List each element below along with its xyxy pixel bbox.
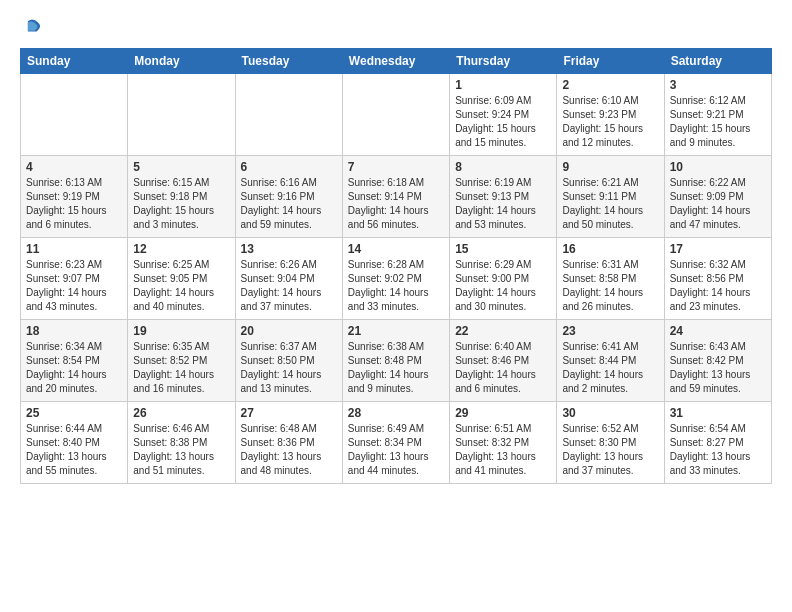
weekday-header-sunday: Sunday [21, 49, 128, 74]
calendar-cell: 27Sunrise: 6:48 AM Sunset: 8:36 PM Dayli… [235, 402, 342, 484]
day-info: Sunrise: 6:19 AM Sunset: 9:13 PM Dayligh… [455, 176, 551, 232]
calendar-cell [128, 74, 235, 156]
calendar-cell: 26Sunrise: 6:46 AM Sunset: 8:38 PM Dayli… [128, 402, 235, 484]
day-number: 16 [562, 242, 658, 256]
day-number: 10 [670, 160, 766, 174]
weekday-header-monday: Monday [128, 49, 235, 74]
day-info: Sunrise: 6:35 AM Sunset: 8:52 PM Dayligh… [133, 340, 229, 396]
day-info: Sunrise: 6:32 AM Sunset: 8:56 PM Dayligh… [670, 258, 766, 314]
day-info: Sunrise: 6:15 AM Sunset: 9:18 PM Dayligh… [133, 176, 229, 232]
day-info: Sunrise: 6:38 AM Sunset: 8:48 PM Dayligh… [348, 340, 444, 396]
calendar-cell: 25Sunrise: 6:44 AM Sunset: 8:40 PM Dayli… [21, 402, 128, 484]
day-number: 8 [455, 160, 551, 174]
calendar-cell: 18Sunrise: 6:34 AM Sunset: 8:54 PM Dayli… [21, 320, 128, 402]
calendar-cell: 23Sunrise: 6:41 AM Sunset: 8:44 PM Dayli… [557, 320, 664, 402]
day-number: 11 [26, 242, 122, 256]
calendar-cell: 10Sunrise: 6:22 AM Sunset: 9:09 PM Dayli… [664, 156, 771, 238]
calendar-cell: 6Sunrise: 6:16 AM Sunset: 9:16 PM Daylig… [235, 156, 342, 238]
calendar-cell: 15Sunrise: 6:29 AM Sunset: 9:00 PM Dayli… [450, 238, 557, 320]
day-number: 4 [26, 160, 122, 174]
calendar-cell: 17Sunrise: 6:32 AM Sunset: 8:56 PM Dayli… [664, 238, 771, 320]
calendar-cell: 14Sunrise: 6:28 AM Sunset: 9:02 PM Dayli… [342, 238, 449, 320]
day-number: 27 [241, 406, 337, 420]
calendar-cell: 20Sunrise: 6:37 AM Sunset: 8:50 PM Dayli… [235, 320, 342, 402]
calendar-cell: 12Sunrise: 6:25 AM Sunset: 9:05 PM Dayli… [128, 238, 235, 320]
day-number: 15 [455, 242, 551, 256]
calendar-cell: 16Sunrise: 6:31 AM Sunset: 8:58 PM Dayli… [557, 238, 664, 320]
day-info: Sunrise: 6:51 AM Sunset: 8:32 PM Dayligh… [455, 422, 551, 478]
day-info: Sunrise: 6:34 AM Sunset: 8:54 PM Dayligh… [26, 340, 122, 396]
page: SundayMondayTuesdayWednesdayThursdayFrid… [0, 0, 792, 612]
day-number: 12 [133, 242, 229, 256]
day-number: 20 [241, 324, 337, 338]
day-info: Sunrise: 6:12 AM Sunset: 9:21 PM Dayligh… [670, 94, 766, 150]
day-info: Sunrise: 6:21 AM Sunset: 9:11 PM Dayligh… [562, 176, 658, 232]
calendar-cell: 8Sunrise: 6:19 AM Sunset: 9:13 PM Daylig… [450, 156, 557, 238]
calendar-cell [235, 74, 342, 156]
weekday-header-friday: Friday [557, 49, 664, 74]
calendar-row-2: 11Sunrise: 6:23 AM Sunset: 9:07 PM Dayli… [21, 238, 772, 320]
day-number: 26 [133, 406, 229, 420]
calendar-cell: 1Sunrise: 6:09 AM Sunset: 9:24 PM Daylig… [450, 74, 557, 156]
calendar-cell: 2Sunrise: 6:10 AM Sunset: 9:23 PM Daylig… [557, 74, 664, 156]
day-info: Sunrise: 6:43 AM Sunset: 8:42 PM Dayligh… [670, 340, 766, 396]
day-info: Sunrise: 6:52 AM Sunset: 8:30 PM Dayligh… [562, 422, 658, 478]
day-number: 24 [670, 324, 766, 338]
day-number: 17 [670, 242, 766, 256]
day-info: Sunrise: 6:41 AM Sunset: 8:44 PM Dayligh… [562, 340, 658, 396]
calendar-cell: 19Sunrise: 6:35 AM Sunset: 8:52 PM Dayli… [128, 320, 235, 402]
day-number: 5 [133, 160, 229, 174]
day-info: Sunrise: 6:48 AM Sunset: 8:36 PM Dayligh… [241, 422, 337, 478]
calendar-row-1: 4Sunrise: 6:13 AM Sunset: 9:19 PM Daylig… [21, 156, 772, 238]
day-number: 19 [133, 324, 229, 338]
day-number: 9 [562, 160, 658, 174]
calendar-header: SundayMondayTuesdayWednesdayThursdayFrid… [21, 49, 772, 74]
weekday-header-thursday: Thursday [450, 49, 557, 74]
day-number: 3 [670, 78, 766, 92]
calendar-cell: 4Sunrise: 6:13 AM Sunset: 9:19 PM Daylig… [21, 156, 128, 238]
day-info: Sunrise: 6:40 AM Sunset: 8:46 PM Dayligh… [455, 340, 551, 396]
calendar-row-0: 1Sunrise: 6:09 AM Sunset: 9:24 PM Daylig… [21, 74, 772, 156]
day-number: 25 [26, 406, 122, 420]
day-number: 30 [562, 406, 658, 420]
calendar-cell: 31Sunrise: 6:54 AM Sunset: 8:27 PM Dayli… [664, 402, 771, 484]
day-number: 28 [348, 406, 444, 420]
calendar-cell: 24Sunrise: 6:43 AM Sunset: 8:42 PM Dayli… [664, 320, 771, 402]
day-number: 6 [241, 160, 337, 174]
day-info: Sunrise: 6:44 AM Sunset: 8:40 PM Dayligh… [26, 422, 122, 478]
day-number: 29 [455, 406, 551, 420]
day-info: Sunrise: 6:22 AM Sunset: 9:09 PM Dayligh… [670, 176, 766, 232]
calendar-row-4: 25Sunrise: 6:44 AM Sunset: 8:40 PM Dayli… [21, 402, 772, 484]
day-info: Sunrise: 6:16 AM Sunset: 9:16 PM Dayligh… [241, 176, 337, 232]
calendar-cell: 5Sunrise: 6:15 AM Sunset: 9:18 PM Daylig… [128, 156, 235, 238]
day-number: 23 [562, 324, 658, 338]
day-info: Sunrise: 6:49 AM Sunset: 8:34 PM Dayligh… [348, 422, 444, 478]
day-number: 7 [348, 160, 444, 174]
calendar-cell: 22Sunrise: 6:40 AM Sunset: 8:46 PM Dayli… [450, 320, 557, 402]
day-info: Sunrise: 6:13 AM Sunset: 9:19 PM Dayligh… [26, 176, 122, 232]
calendar-cell: 28Sunrise: 6:49 AM Sunset: 8:34 PM Dayli… [342, 402, 449, 484]
logo-icon [22, 16, 44, 38]
day-info: Sunrise: 6:31 AM Sunset: 8:58 PM Dayligh… [562, 258, 658, 314]
day-info: Sunrise: 6:26 AM Sunset: 9:04 PM Dayligh… [241, 258, 337, 314]
calendar-cell: 9Sunrise: 6:21 AM Sunset: 9:11 PM Daylig… [557, 156, 664, 238]
calendar-cell: 3Sunrise: 6:12 AM Sunset: 9:21 PM Daylig… [664, 74, 771, 156]
weekday-header-wednesday: Wednesday [342, 49, 449, 74]
day-number: 2 [562, 78, 658, 92]
calendar-cell [21, 74, 128, 156]
calendar-body: 1Sunrise: 6:09 AM Sunset: 9:24 PM Daylig… [21, 74, 772, 484]
day-info: Sunrise: 6:23 AM Sunset: 9:07 PM Dayligh… [26, 258, 122, 314]
calendar-cell: 21Sunrise: 6:38 AM Sunset: 8:48 PM Dayli… [342, 320, 449, 402]
calendar-cell: 29Sunrise: 6:51 AM Sunset: 8:32 PM Dayli… [450, 402, 557, 484]
day-number: 31 [670, 406, 766, 420]
day-number: 14 [348, 242, 444, 256]
day-info: Sunrise: 6:54 AM Sunset: 8:27 PM Dayligh… [670, 422, 766, 478]
day-info: Sunrise: 6:37 AM Sunset: 8:50 PM Dayligh… [241, 340, 337, 396]
calendar-table: SundayMondayTuesdayWednesdayThursdayFrid… [20, 48, 772, 484]
calendar-cell [342, 74, 449, 156]
day-info: Sunrise: 6:18 AM Sunset: 9:14 PM Dayligh… [348, 176, 444, 232]
header [20, 16, 772, 38]
day-info: Sunrise: 6:46 AM Sunset: 8:38 PM Dayligh… [133, 422, 229, 478]
logo [20, 16, 44, 38]
day-info: Sunrise: 6:29 AM Sunset: 9:00 PM Dayligh… [455, 258, 551, 314]
